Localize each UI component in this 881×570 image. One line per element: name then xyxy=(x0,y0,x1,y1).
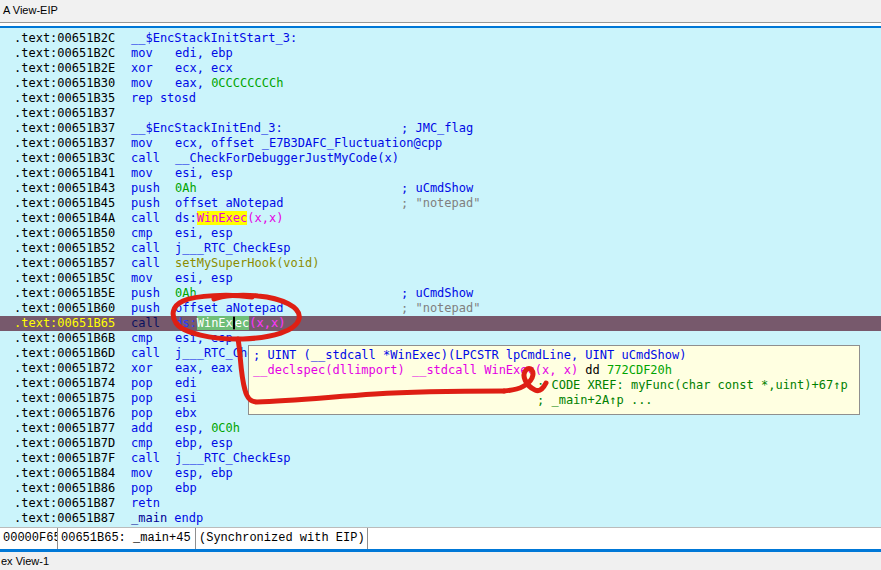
asm-token: esp, ebp xyxy=(175,466,233,480)
asm-row[interactable]: .text:00651B50cmpesi, esp xyxy=(0,226,881,241)
asm-token: xor xyxy=(131,61,175,76)
asm-row[interactable]: .text:00651B41movesi, esp xyxy=(0,166,881,181)
asm-token: edi xyxy=(175,376,197,390)
asm-token: eax, xyxy=(175,76,211,90)
asm-address: .text:00651B72 xyxy=(0,361,131,376)
asm-address: .text:00651B5E xyxy=(0,286,131,301)
asm-token: push xyxy=(131,196,175,211)
asm-token: __CheckForDebuggerJustMyCode(x) xyxy=(175,151,399,165)
disassembly-view[interactable]: .text:00651B2C__$EncStackInitStart_3:.te… xyxy=(0,28,881,527)
asm-address: .text:00651B2E xyxy=(0,61,131,76)
tooltip-line: ; _main+2A↑p ... xyxy=(253,393,859,408)
asm-address: .text:00651B45 xyxy=(0,196,131,211)
asm-token: j___RTC_CheckEsp xyxy=(175,241,291,255)
asm-token: cmp xyxy=(131,226,175,241)
asm-address: .text:00651B7F xyxy=(0,451,131,466)
asm-address: .text:00651B43 xyxy=(0,181,131,196)
asm-token: call xyxy=(131,151,175,166)
asm-token: ebp, esp xyxy=(175,436,233,450)
asm-row[interactable]: .text:00651B3Ccall__CheckForDebuggerJust… xyxy=(0,151,881,166)
asm-row[interactable]: .text:00651B43push0Ah; uCmdShow xyxy=(0,181,881,196)
asm-token: cmp xyxy=(131,331,175,346)
asm-token: WinExec xyxy=(197,211,248,225)
status-bar: 00000F6500651B65: _main+45(Synchronized … xyxy=(0,527,881,549)
asm-address: .text:00651B76 xyxy=(0,406,131,421)
asm-token: ebx xyxy=(175,406,197,420)
tooltip-line: ; CODE XREF: myFunc(char const *,uint)+6… xyxy=(253,378,859,393)
asm-address: .text:00651B6B xyxy=(0,331,131,346)
asm-row[interactable]: .text:00651B52callj___RTC_CheckEsp xyxy=(0,241,881,256)
asm-address: .text:00651B37 xyxy=(0,121,131,136)
asm-row[interactable]: .text:00651B60pushoffset aNotepad; "note… xyxy=(0,301,881,316)
asm-token: call xyxy=(131,241,175,256)
asm-row[interactable]: .text:00651B4Acallds:WinExec(x,x) xyxy=(0,211,881,226)
asm-address: .text:00651B86 xyxy=(0,481,131,496)
asm-address: .text:00651B65 xyxy=(0,316,131,331)
asm-row[interactable]: .text:00651B87_main endp xyxy=(0,511,881,526)
asm-row[interactable]: .text:00651B77addesp, 0C0h xyxy=(0,421,881,436)
asm-row[interactable]: .text:00651B2Exorecx, ecx xyxy=(0,61,881,76)
asm-token: 0Ah xyxy=(175,181,197,195)
asm-row[interactable]: .text:00651B7Dcmpebp, esp xyxy=(0,436,881,451)
asm-token: cmp xyxy=(131,436,175,451)
asm-token: offset aNotepad xyxy=(175,196,283,210)
asm-row[interactable]: .text:00651B30moveax, 0CCCCCCCCh xyxy=(0,76,881,91)
asm-row[interactable]: .text:00651B2Cmovedi, ebp xyxy=(0,46,881,61)
asm-row[interactable]: .text:00651B65callds:WinExec(x,x) xyxy=(0,316,881,331)
asm-token: ; UINT (__stdcall *WinExec)(LPCSTR lpCmd… xyxy=(253,348,686,362)
asm-address: .text:00651B35 xyxy=(0,91,131,106)
asm-address: .text:00651B52 xyxy=(0,241,131,256)
asm-token: ; _main+2A↑p ... xyxy=(537,393,653,407)
asm-token: pop xyxy=(131,406,175,421)
asm-token: ; CODE XREF: myFunc(char const *,uint)+6… xyxy=(537,378,848,392)
asm-token: setMySuperHook(void) xyxy=(175,256,320,270)
asm-token: call xyxy=(131,451,175,466)
asm-token: pop xyxy=(131,481,175,496)
asm-row[interactable]: .text:00651B86popebp xyxy=(0,481,881,496)
asm-token: ecx, offset _E7B3DAFC_Fluctuation@cpp xyxy=(175,136,442,150)
asm-token: edi, ebp xyxy=(175,46,233,60)
asm-row[interactable]: .text:00651B37 xyxy=(0,106,881,121)
asm-row[interactable]: .text:00651B57callsetMySuperHook(void) xyxy=(0,256,881,271)
asm-row[interactable]: .text:00651B5Cmovesi, esp xyxy=(0,271,881,286)
asm-token: __declspec(dllimport) __stdcall WinExec(… xyxy=(253,363,578,377)
asm-token: push xyxy=(131,286,175,301)
asm-row[interactable]: .text:00651B7Fcallj___RTC_CheckEsp xyxy=(0,451,881,466)
asm-address: .text:00651B57 xyxy=(0,256,131,271)
asm-row[interactable]: .text:00651B37movecx, offset _E7B3DAFC_F… xyxy=(0,136,881,151)
asm-address: .text:00651B77 xyxy=(0,421,131,436)
pane-title[interactable]: A View-EIP xyxy=(0,0,881,22)
asm-address: .text:00651B84 xyxy=(0,466,131,481)
tooltip-line: __declspec(dllimport) __stdcall WinExec(… xyxy=(253,363,859,378)
asm-token: esi xyxy=(175,391,197,405)
asm-token: mov xyxy=(131,76,175,91)
asm-address: .text:00651B41 xyxy=(0,166,131,181)
asm-row[interactable]: .text:00651B2C__$EncStackInitStart_3: xyxy=(0,31,881,46)
asm-token: call xyxy=(131,211,175,226)
asm-token: offset aNotepad xyxy=(175,301,283,315)
asm-row[interactable]: .text:00651B37__$EncStackInitEnd_3:; JMC… xyxy=(0,121,881,136)
asm-token: esp, xyxy=(175,421,211,435)
asm-token: ec xyxy=(235,316,249,330)
asm-token: 0C0h xyxy=(211,421,240,435)
asm-row[interactable]: .text:00651B6Bcmpesi, esp xyxy=(0,331,881,346)
asm-row[interactable]: .text:00651B45pushoffset aNotepad; "note… xyxy=(0,196,881,211)
asm-token: eax, eax xyxy=(175,361,233,375)
status-offset: 00000F65 xyxy=(0,528,58,549)
asm-token: 772CDF20h xyxy=(607,363,672,377)
asm-address: .text:00651B60 xyxy=(0,301,131,316)
asm-token: 0CCCCCCCCh xyxy=(211,76,283,90)
asm-row[interactable]: .text:00651B35rep stosd xyxy=(0,91,881,106)
asm-address: .text:00651B3C xyxy=(0,151,131,166)
asm-token: add xyxy=(131,421,175,436)
hex-view-tab[interactable]: ex View-1 xyxy=(0,552,881,570)
asm-address: .text:00651B2C xyxy=(0,31,131,46)
asm-row[interactable]: .text:00651B5Epush0Ah; uCmdShow xyxy=(0,286,881,301)
asm-token: mov xyxy=(131,466,175,481)
asm-token: mov xyxy=(131,166,175,181)
asm-row[interactable]: .text:00651B84movesp, ebp xyxy=(0,466,881,481)
asm-address: .text:00651B74 xyxy=(0,376,131,391)
asm-address: .text:00651B5C xyxy=(0,271,131,286)
asm-row[interactable]: .text:00651B87retn xyxy=(0,496,881,511)
asm-token: mov xyxy=(131,271,175,286)
